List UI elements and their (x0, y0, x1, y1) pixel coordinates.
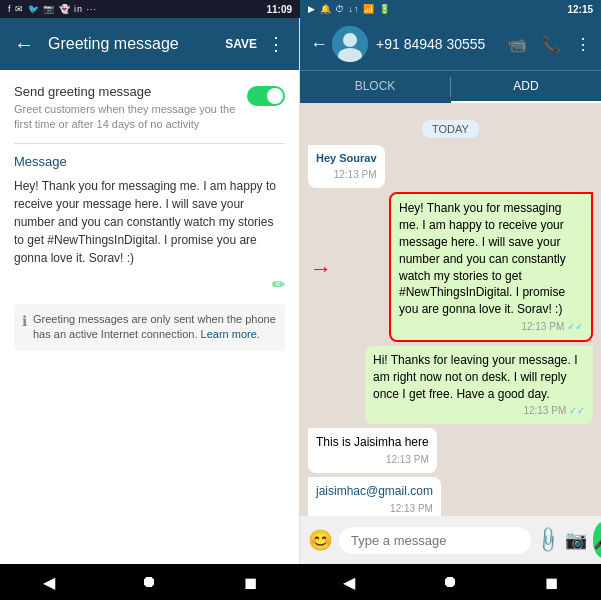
read-ticks: ✓✓ (569, 405, 585, 416)
home-nav-right[interactable]: ⏺ (442, 573, 458, 591)
chat-input-area: 😊 📎 📷 🎤 (300, 516, 601, 564)
right-panel: ← +91 84948 30555 📹 📞 ⋮ BLOCK ADD (300, 18, 601, 564)
nav-left: ◀ ⏺ ◼ (0, 564, 300, 600)
message-label: Message (14, 154, 285, 169)
mic-button[interactable]: 🎤 (593, 522, 601, 558)
divider (14, 143, 285, 144)
back-nav-left[interactable]: ◀ (43, 573, 55, 592)
more-options-icon[interactable]: ⋮ (267, 33, 285, 55)
msg-sent-2: Hi! Thanks for leaving your message. I a… (365, 346, 593, 424)
tab-add[interactable]: ADD (451, 71, 601, 103)
attach-icon[interactable]: 📎 (532, 524, 563, 555)
tab-block[interactable]: BLOCK (300, 71, 450, 103)
msg-received-email: jaisimhac@gmail.com 12:13 PM (308, 477, 441, 516)
back-button[interactable]: ← (14, 33, 34, 56)
msg-time: 12:13 PM ✓✓ (373, 404, 585, 418)
message-input[interactable] (339, 527, 531, 554)
list-item: jaisimhac@gmail.com 12:13 PM (308, 477, 593, 516)
msg-time: 12:13 PM ✓✓ (399, 320, 583, 334)
recents-nav-left[interactable]: ◼ (244, 573, 257, 592)
info-row: ℹ Greeting messages are only sent when t… (14, 304, 285, 351)
status-icons-right: ▶ 🔔 ⏱ ↓↑ 📶 🔋 (308, 4, 391, 14)
list-item: → Hey! Thank you for messaging me. I am … (338, 192, 593, 346)
save-button[interactable]: SAVE (225, 37, 257, 51)
chat-header: ← +91 84948 30555 📹 📞 ⋮ (300, 18, 601, 70)
greeting-toggle-row: Send greeting message Greet customers wh… (14, 84, 285, 133)
chat-phone: +91 84948 30555 (376, 36, 507, 52)
list-item: This is Jaisimha here 12:13 PM (308, 428, 593, 477)
page-title: Greeting message (48, 35, 225, 53)
bottom-nav: ◀ ⏺ ◼ ◀ ⏺ ◼ (0, 564, 601, 600)
date-text: TODAY (422, 120, 479, 138)
msg-sent-highlighted: Hey! Thank you for messaging me. I am ha… (389, 192, 593, 342)
chat-tabs: BLOCK ADD (300, 70, 601, 103)
svg-point-1 (343, 33, 357, 47)
recents-nav-right[interactable]: ◼ (545, 573, 558, 592)
edit-icon[interactable]: ✏ (272, 275, 285, 294)
arrow-indicator: → (310, 256, 332, 282)
emoji-button[interactable]: 😊 (308, 528, 333, 552)
status-bar-left: f ✉ 🐦 📷 👻 in ··· 11:09 (0, 0, 300, 18)
left-panel: ← Greeting message SAVE ⋮ Send greeting … (0, 18, 300, 564)
info-icon: ℹ (22, 313, 27, 329)
camera-icon[interactable]: 📷 (565, 529, 587, 551)
status-icons-left: f ✉ 🐦 📷 👻 in ··· (8, 4, 97, 14)
time-right: 12:15 (567, 4, 593, 15)
greeting-toggle[interactable] (247, 86, 285, 106)
list-item: Hi! Thanks for leaving your message. I a… (308, 346, 593, 428)
msg-received-1: This is Jaisimha here 12:13 PM (308, 428, 437, 473)
greeting-title: Send greeting message (14, 84, 247, 99)
message-text: Hey! Thank you for messaging me. I am ha… (14, 177, 285, 267)
video-call-icon[interactable]: 📹 (507, 35, 527, 54)
list-item: Hey Sourav 12:13 PM (308, 145, 593, 192)
left-body: Send greeting message Greet customers wh… (0, 70, 299, 564)
msg-text: Hi! Thanks for leaving your message. I a… (373, 353, 578, 401)
greeting-desc: Greet customers when they message you th… (14, 102, 247, 133)
date-badge: TODAY (308, 119, 593, 137)
email-link[interactable]: jaisimhac@gmail.com (316, 484, 433, 498)
read-ticks: ✓✓ (567, 321, 583, 332)
avatar (332, 26, 368, 62)
edit-row: ✏ (14, 275, 285, 294)
messages-container: Hey Sourav 12:13 PM → Hey! Thank you for… (308, 145, 593, 516)
msg-received-header: Hey Sourav 12:13 PM (308, 145, 385, 188)
greeting-info: Send greeting message Greet customers wh… (14, 84, 247, 133)
voice-call-icon[interactable]: 📞 (541, 35, 561, 54)
msg-time: 12:13 PM (316, 453, 429, 467)
status-bar-right: ▶ 🔔 ⏱ ↓↑ 📶 🔋 12:15 (300, 0, 601, 18)
msg-time: 12:13 PM (316, 502, 433, 516)
back-nav-right[interactable]: ◀ (343, 573, 355, 592)
info-text: Greeting messages are only sent when the… (33, 312, 277, 343)
msg-sender-name: Hey Sourav (316, 151, 377, 166)
left-header: ← Greeting message SAVE ⋮ (0, 18, 299, 70)
msg-time: 12:13 PM (316, 168, 377, 182)
chat-more-icon[interactable]: ⋮ (575, 35, 591, 54)
msg-text: Hey! Thank you for messaging me. I am ha… (399, 201, 566, 316)
learn-more-link[interactable]: Learn more. (201, 328, 260, 340)
msg-text: This is Jaisimha here (316, 435, 429, 449)
home-nav-left[interactable]: ⏺ (141, 573, 157, 591)
time-left: 11:09 (266, 4, 292, 15)
chat-body: TODAY Hey Sourav 12:13 PM → Hey! Thank y… (300, 103, 601, 516)
chat-action-icons: 📹 📞 ⋮ (507, 35, 591, 54)
nav-right: ◀ ⏺ ◼ (300, 564, 601, 600)
chat-back-button[interactable]: ← (310, 34, 328, 55)
